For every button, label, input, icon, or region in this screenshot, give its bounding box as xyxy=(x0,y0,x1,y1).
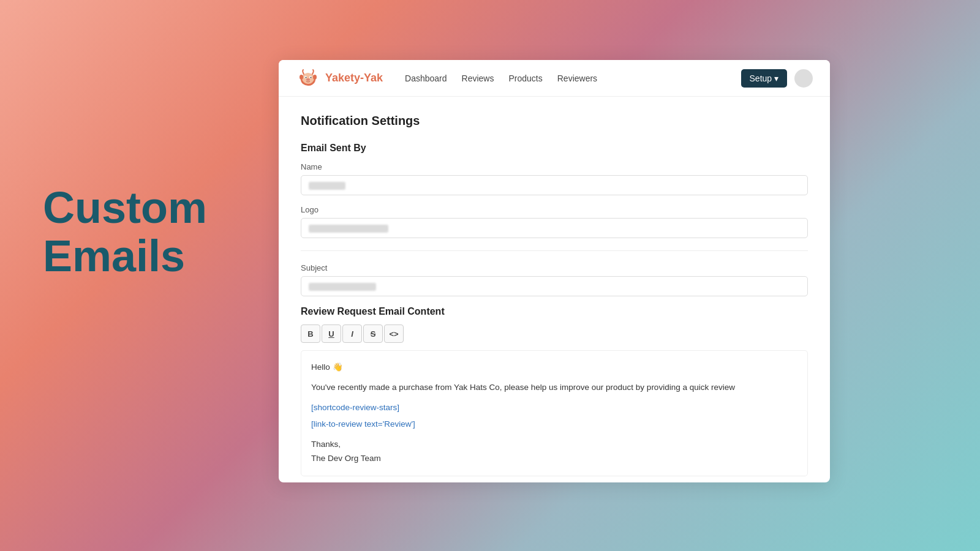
email-team: The Dev Org Team xyxy=(311,452,797,466)
email-thanks: Thanks, xyxy=(311,438,797,452)
subject-blurred xyxy=(309,283,376,291)
logo-field-group: Logo xyxy=(301,205,808,238)
logo-blurred xyxy=(309,225,388,233)
svg-point-7 xyxy=(306,78,310,81)
svg-point-8 xyxy=(300,75,303,80)
navbar-right: Setup ▾ xyxy=(741,69,813,88)
nav-reviews[interactable]: Reviews xyxy=(462,73,494,83)
logo-input-display xyxy=(301,218,808,238)
underline-button[interactable]: U xyxy=(322,324,341,343)
email-sent-by-title: Email Sent By xyxy=(301,143,808,154)
shortcode-link[interactable]: [link-to-review text='Review'] xyxy=(311,419,415,429)
logo-label: Logo xyxy=(301,205,808,214)
name-field-group: Name xyxy=(301,162,808,195)
italic-button[interactable]: I xyxy=(342,324,362,343)
subject-input-display xyxy=(301,276,808,296)
logo-area[interactable]: Yakety-Yak xyxy=(296,66,383,91)
nav-products[interactable]: Products xyxy=(508,73,542,83)
nav-links: Dashboard Reviews Products Reviewers xyxy=(405,73,723,83)
subject-label: Subject xyxy=(301,263,808,272)
code-button[interactable]: <> xyxy=(384,324,404,343)
svg-point-9 xyxy=(313,75,317,80)
logo-label: Yakety-Yak xyxy=(325,72,383,84)
bold-button[interactable]: B xyxy=(301,324,320,343)
shortcode-stars[interactable]: [shortcode-review-stars] xyxy=(311,403,399,412)
name-input-display xyxy=(301,175,808,195)
email-body-text: You've recently made a purchase from Yak… xyxy=(311,381,797,395)
subject-field-group: Subject xyxy=(301,263,808,296)
nav-dashboard[interactable]: Dashboard xyxy=(405,73,447,83)
strikethrough-button[interactable]: S xyxy=(363,324,383,343)
name-label: Name xyxy=(301,162,808,171)
logo-icon xyxy=(296,66,320,91)
page-title: Notification Settings xyxy=(301,114,808,128)
rte-toolbar: B U I S <> xyxy=(301,324,808,343)
avatar xyxy=(794,69,813,88)
review-email-title: Review Request Email Content xyxy=(301,306,808,317)
svg-point-6 xyxy=(311,77,312,78)
hero-text: Custom Emails xyxy=(43,184,207,280)
setup-button[interactable]: Setup ▾ xyxy=(741,69,787,88)
name-blurred xyxy=(309,182,345,190)
nav-reviewers[interactable]: Reviewers xyxy=(557,73,597,83)
navbar: Yakety-Yak Dashboard Reviews Products Re… xyxy=(279,60,830,97)
main-card: Yakety-Yak Dashboard Reviews Products Re… xyxy=(279,60,830,482)
content-area: Notification Settings Email Sent By Name… xyxy=(279,97,830,482)
svg-point-5 xyxy=(306,77,307,78)
email-body[interactable]: Hello 👋 You've recently made a purchase … xyxy=(301,350,808,476)
email-greeting: Hello 👋 xyxy=(311,361,797,375)
divider xyxy=(301,250,808,251)
